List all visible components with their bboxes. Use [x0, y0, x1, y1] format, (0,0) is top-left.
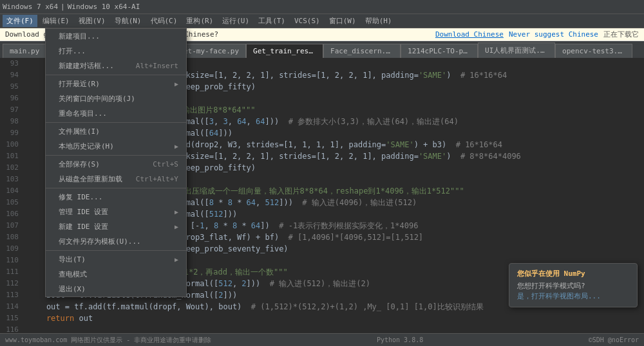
status-bar: www.toymoban.com 网络图片仅供显示 - 非商业用途请勿重申请删除…: [0, 333, 644, 346]
downloading-text: 正在下载它: [603, 30, 639, 39]
window-tab-2[interactable]: Windows 10 x64-AI: [68, 3, 140, 11]
menu-edit[interactable]: 编辑(E): [39, 15, 73, 27]
status-left: www.toymoban.com 网络图片仅供显示 - 非商业用途请勿重申请删除: [5, 336, 211, 345]
menu-repair-ide[interactable]: 修复 IDE...: [46, 190, 186, 205]
menu-help[interactable]: 帮助(H): [361, 15, 396, 27]
menu-code[interactable]: 代码(C): [147, 15, 182, 27]
separator-2: [46, 122, 186, 123]
menu-open-recent[interactable]: 打开最近(R) ▶: [46, 77, 186, 91]
status-center: Python 3.8.8: [377, 336, 423, 343]
tab-main-py[interactable]: main.py: [3, 44, 46, 58]
tab-opencv-test3[interactable]: opencv-test3.py: [555, 44, 632, 58]
tab-get-train-result[interactable]: Get_train_result.py: [246, 44, 323, 58]
popup-body: 您想打开科学模式吗? 是，打开科学视图布局...: [517, 281, 629, 302]
menu-open[interactable]: 打开...: [46, 44, 186, 59]
separator-3: [46, 155, 186, 156]
menu-navigate[interactable]: 导航(N): [111, 15, 146, 27]
menu-new-dialog[interactable]: 新建建对话框... Alt+Insert: [46, 59, 186, 73]
top-bar: Windows 7 x64 | Windows 10 x64-AI: [0, 0, 644, 14]
menu-close-others[interactable]: 关闭窗口的中间的项(J): [46, 91, 186, 106]
separator-5: [46, 250, 186, 251]
separator-1: [46, 75, 186, 75]
menu-new-project[interactable]: 新建项目...: [46, 29, 186, 44]
window-tab-separator: |: [61, 3, 65, 11]
popup-link[interactable]: 是，打开科学视图布局...: [517, 292, 601, 300]
menu-vcs[interactable]: VCS(S): [290, 15, 324, 26]
menu-file[interactable]: 文件(F): [3, 15, 37, 27]
menu-view[interactable]: 视图(V): [75, 15, 109, 27]
tab-1214cplc[interactable]: 1214cPLC-TO-pycharm.py: [401, 44, 478, 58]
line-numbers: 93 94 95 96 97 98 99 100 101 102 103 104…: [0, 58, 23, 333]
never-suggest-link[interactable]: Never suggest Chinese: [509, 30, 598, 39]
menu-manage-ide[interactable]: 管理 IDE 设置 ▶: [46, 205, 186, 219]
tab-ui[interactable]: UI人机界面测试.py: [478, 42, 555, 58]
menu-exit[interactable]: 退出(X): [46, 282, 186, 296]
menu-run[interactable]: 运行(U): [218, 15, 253, 27]
numpy-popup: 您似乎在使用 NumPy 您想打开科学模式吗? 是，打开科学视图布局...: [509, 263, 638, 307]
file-menu-dropdown: 新建项目... 打开... 新建建对话框... Alt+Insert 打开最近(…: [45, 28, 187, 297]
menu-bar: 文件(F) 编辑(E) 视图(V) 导航(N) 代码(C) 重构(R) 运行(U…: [0, 14, 644, 28]
window-tab-1[interactable]: Windows 7 x64: [3, 3, 58, 11]
status-right: ©SDH @noError: [589, 336, 639, 343]
menu-rename-project[interactable]: 重命名项目...: [46, 106, 186, 121]
popup-title: 您似乎在使用 NumPy: [517, 269, 629, 278]
download-chinese-link[interactable]: Download Chinese: [435, 30, 504, 39]
menu-file-props[interactable]: 文件属性(I): [46, 124, 186, 139]
menu-reload-all[interactable]: 从磁盘全部重新加载 Ctrl+Alt+Y: [46, 172, 186, 187]
menu-tools[interactable]: 工具(T): [254, 15, 289, 27]
menu-window[interactable]: 窗口(W): [325, 15, 360, 27]
menu-refactor[interactable]: 重构(R): [182, 15, 217, 27]
menu-power-mode[interactable]: 查电模式: [46, 267, 186, 282]
menu-new-ide-settings[interactable]: 新建 IDE 设置 ▶: [46, 219, 186, 234]
menu-save-all[interactable]: 全部保存(S) Ctrl+S: [46, 157, 186, 172]
separator-4: [46, 188, 186, 188]
menu-save-as-template[interactable]: 何文件另存为模板(U)...: [46, 234, 186, 249]
menu-export[interactable]: 导出(T) ▶: [46, 252, 186, 267]
popup-body-text: 您想打开科学模式吗?: [517, 282, 585, 290]
tab-face-discern[interactable]: Face_discern.py: [323, 44, 401, 58]
menu-local-history[interactable]: 本地历史记录(H) ▶: [46, 139, 186, 154]
